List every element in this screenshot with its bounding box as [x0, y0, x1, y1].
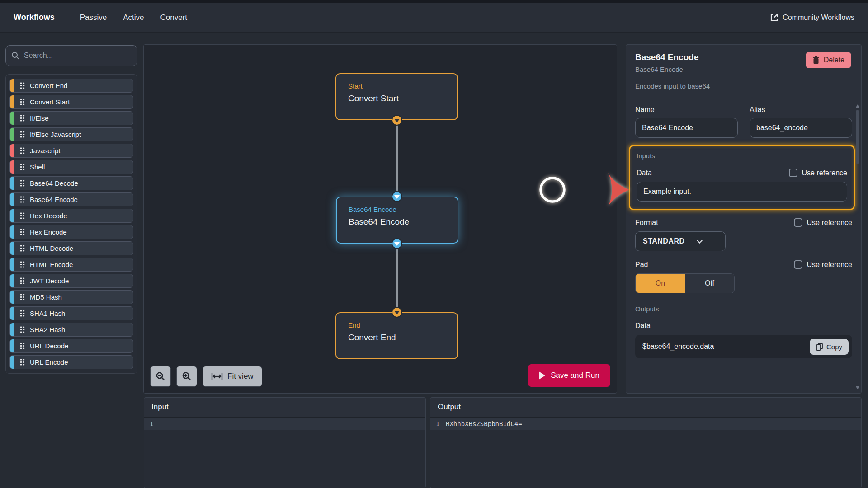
pad-use-reference-toggle[interactable]: Use reference: [794, 260, 853, 269]
save-and-run-button[interactable]: Save and Run: [528, 364, 610, 387]
sidebar-item-convert-start[interactable]: Convert Start: [9, 95, 133, 109]
drag-handle-icon[interactable]: [19, 82, 25, 89]
use-reference-checkbox[interactable]: [794, 218, 802, 227]
connector-encode-output[interactable]: [392, 238, 402, 249]
use-reference-checkbox[interactable]: [789, 169, 797, 177]
sidebar-item-base64-encode[interactable]: Base64 Encode: [9, 192, 133, 206]
item-accent-bar: [10, 160, 14, 174]
drag-handle-icon[interactable]: [19, 114, 25, 122]
scrollbar-thumb[interactable]: [856, 110, 859, 164]
sidebar-item-html-encode[interactable]: HTML Encode: [9, 258, 133, 272]
drag-handle-icon[interactable]: [19, 326, 25, 333]
sidebar-item-url-decode[interactable]: URL Decode: [9, 339, 133, 353]
input-line-1[interactable]: 1: [144, 418, 425, 430]
drag-handle-icon[interactable]: [19, 131, 25, 138]
connector-encode-input[interactable]: [392, 191, 402, 202]
pad-on-button[interactable]: On: [636, 274, 685, 293]
search-box[interactable]: [5, 45, 137, 66]
sidebar-item-md5-hash[interactable]: MD5 Hash: [9, 290, 133, 304]
sidebar-item-javascript[interactable]: Javascript: [9, 144, 133, 158]
scroll-up-arrow[interactable]: [856, 104, 859, 108]
fit-view-button[interactable]: Fit view: [203, 366, 262, 387]
item-accent-bar: [10, 323, 14, 336]
node-convert-start[interactable]: Start Convert Start: [335, 73, 458, 120]
connector-start-output[interactable]: [392, 115, 402, 126]
output-viewer[interactable]: 1 RXhhbXBsZSBpbnB1dC4=: [430, 418, 861, 488]
search-icon: [11, 52, 19, 60]
outputs-section-label: Outputs: [635, 305, 852, 313]
nav-item-passive[interactable]: Passive: [80, 13, 107, 22]
sidebar-item-label: If/Else: [30, 114, 49, 122]
drag-handle-icon[interactable]: [19, 293, 25, 301]
node-convert-end[interactable]: End Convert End: [335, 312, 458, 359]
item-accent-bar: [10, 307, 14, 320]
drag-handle-icon[interactable]: [19, 277, 25, 285]
data-field[interactable]: [637, 182, 847, 202]
item-accent-bar: [10, 356, 14, 369]
sidebar-item-label: MD5 Hash: [30, 293, 62, 301]
inspector-scrollbar[interactable]: [855, 104, 860, 389]
input-editor[interactable]: 1: [144, 418, 425, 488]
sidebar-item-sha1-hash[interactable]: SHA1 Hash: [9, 306, 133, 320]
pad-off-button[interactable]: Off: [685, 274, 734, 293]
node-base64-encode[interactable]: Base64 Encode Base64 Encode: [336, 197, 458, 244]
nav-item-active[interactable]: Active: [123, 13, 144, 22]
alias-label: Alias: [750, 106, 852, 114]
drag-handle-icon[interactable]: [19, 163, 25, 171]
sidebar-item-html-decode[interactable]: HTML Decode: [9, 241, 133, 255]
use-reference-checkbox[interactable]: [794, 260, 802, 269]
zoom-in-icon: [182, 371, 192, 381]
workflow-canvas[interactable]: Start Convert Start Base64 Encode Base64…: [143, 44, 617, 394]
drag-handle-icon[interactable]: [19, 147, 25, 155]
drag-handle-icon[interactable]: [19, 98, 25, 106]
drag-handle-icon[interactable]: [19, 358, 25, 366]
drag-handle-icon[interactable]: [19, 310, 25, 317]
output-panel-title: Output: [430, 398, 861, 418]
drag-handle-icon[interactable]: [19, 244, 25, 252]
inputs-section-highlight: Inputs Data Use reference: [629, 145, 855, 210]
drag-handle-icon[interactable]: [19, 179, 25, 187]
nav-item-workflows[interactable]: Workflows: [14, 13, 55, 22]
node-kind-label: End: [348, 321, 457, 329]
community-workflows-link[interactable]: Community Workflows: [770, 13, 854, 22]
sidebar-item-base64-decode[interactable]: Base64 Decode: [9, 176, 133, 190]
format-select[interactable]: STANDARD: [635, 231, 726, 251]
sidebar-item-hex-decode[interactable]: Hex Decode: [9, 209, 133, 223]
drag-handle-icon[interactable]: [19, 342, 25, 350]
format-use-reference-toggle[interactable]: Use reference: [794, 218, 853, 227]
inspector-description: Encodes input to base64: [635, 82, 852, 90]
drag-handle-icon[interactable]: [19, 261, 25, 268]
connector-end-input[interactable]: [392, 307, 402, 318]
data-use-reference-toggle[interactable]: Use reference: [789, 169, 848, 177]
name-field[interactable]: [635, 118, 738, 138]
drag-handle-icon[interactable]: [19, 212, 25, 220]
output-panel: Output 1 RXhhbXBsZSBpbnB1dC4=: [430, 397, 862, 488]
zoom-out-button[interactable]: [150, 366, 171, 387]
alias-field[interactable]: [750, 118, 852, 138]
sidebar-item-if-else-javascript[interactable]: If/Else Javascript: [9, 127, 133, 141]
inspector-body: Name Alias Inputs Data Use reference For…: [626, 99, 861, 358]
sidebar-item-jwt-decode[interactable]: JWT Decode: [9, 274, 133, 288]
search-input[interactable]: [24, 52, 132, 60]
scroll-down-arrow[interactable]: [856, 386, 859, 389]
sidebar-item-if-else[interactable]: If/Else: [9, 111, 133, 125]
use-reference-label: Use reference: [802, 169, 848, 177]
inputs-section-label: Inputs: [637, 152, 847, 160]
sidebar-item-hex-encode[interactable]: Hex Encode: [9, 225, 133, 239]
sidebar-item-label: Hex Decode: [30, 212, 67, 220]
sidebar-item-convert-end[interactable]: Convert End: [9, 79, 133, 93]
sidebar-item-url-encode[interactable]: URL Encode: [9, 355, 133, 369]
item-accent-bar: [10, 274, 14, 287]
nav-item-convert[interactable]: Convert: [160, 13, 188, 22]
delete-button[interactable]: Delete: [806, 52, 851, 68]
top-navigation: Workflows Passive Active Convert Communi…: [0, 3, 868, 33]
copy-label: Copy: [826, 343, 842, 351]
play-icon: [539, 371, 545, 380]
sidebar-item-sha2-hash[interactable]: SHA2 Hash: [9, 323, 133, 337]
drag-handle-icon[interactable]: [19, 196, 25, 203]
drag-handle-icon[interactable]: [19, 228, 25, 236]
zoom-in-button[interactable]: [176, 366, 197, 387]
copy-button[interactable]: Copy: [810, 339, 849, 355]
sidebar-item-shell[interactable]: Shell: [9, 160, 133, 174]
copy-icon: [816, 343, 823, 351]
